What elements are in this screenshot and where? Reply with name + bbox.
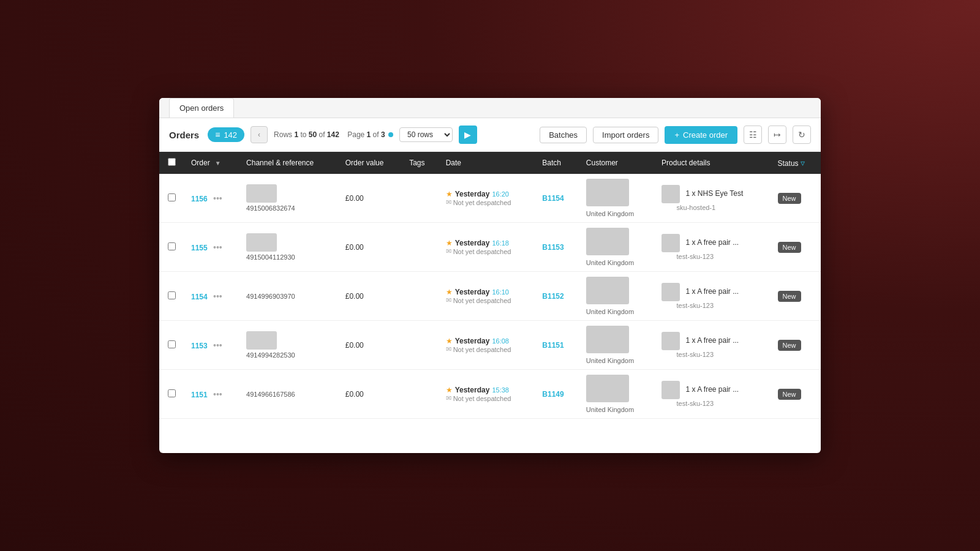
order-number-link[interactable]: 1156 bbox=[191, 195, 208, 203]
product-cell: 1 x NHS Eye Test sku-hosted-1 bbox=[654, 174, 770, 223]
batch-link[interactable]: B1149 bbox=[542, 390, 564, 399]
batch-link[interactable]: B1152 bbox=[542, 292, 564, 301]
create-order-button[interactable]: + Create order bbox=[665, 126, 737, 144]
row-checkbox[interactable] bbox=[168, 193, 176, 201]
date-sub: ✉ Not yet despatched bbox=[446, 296, 528, 304]
product-cell: 1 x A free pair ... test-sku-123 bbox=[654, 370, 770, 419]
row-checkbox-cell[interactable] bbox=[159, 321, 184, 370]
row-checkbox-cell[interactable] bbox=[159, 174, 184, 223]
prev-page-button[interactable]: ‹ bbox=[251, 126, 268, 143]
date-label: Yesterday bbox=[455, 386, 490, 394]
row-checkbox[interactable] bbox=[168, 242, 176, 250]
product-cell: 1 x A free pair ... test-sku-123 bbox=[654, 272, 770, 321]
order-value-cell: £0.00 bbox=[338, 370, 402, 419]
star-icon: ★ bbox=[446, 239, 453, 247]
order-number-link[interactable]: 1151 bbox=[191, 391, 208, 399]
order-id-cell: 1154 ••• bbox=[184, 272, 239, 321]
layout-toggle-button[interactable]: ☷ bbox=[744, 126, 762, 144]
batch-link[interactable]: B1153 bbox=[542, 243, 564, 252]
despatch-status: Not yet despatched bbox=[453, 297, 511, 304]
tags-cell bbox=[402, 174, 438, 223]
status-badge: New bbox=[778, 389, 801, 400]
order-number-link[interactable]: 1155 bbox=[191, 244, 208, 252]
channel-ref-cell: 4915006832674 bbox=[239, 174, 338, 223]
date-sub: ✉ Not yet despatched bbox=[446, 247, 528, 255]
order-id-cell: 1155 ••• bbox=[184, 223, 239, 272]
product-sku: sku-hosted-1 bbox=[662, 204, 715, 211]
status-badge: New bbox=[778, 242, 801, 253]
order-number-link[interactable]: 1154 bbox=[191, 293, 208, 301]
status-cell: New bbox=[771, 174, 821, 223]
product-sku: test-sku-123 bbox=[662, 302, 714, 309]
status-badge: New bbox=[778, 193, 801, 204]
row-checkbox-cell[interactable] bbox=[159, 272, 184, 321]
th-channel: Channel & reference bbox=[239, 152, 338, 174]
product-name: 1 x A free pair ... bbox=[685, 287, 739, 296]
customer-country: United Kingdom bbox=[586, 210, 647, 217]
date-sub: ✉ Not yet despatched bbox=[446, 394, 528, 402]
batches-button[interactable]: Batches bbox=[540, 127, 587, 143]
date-time: 15:38 bbox=[492, 386, 509, 394]
rows-per-page-select[interactable]: 50 rows 25 rows 100 rows bbox=[399, 127, 453, 142]
status-cell: New bbox=[771, 321, 821, 370]
product-image bbox=[662, 234, 680, 252]
product-name: 1 x NHS Eye Test bbox=[685, 189, 743, 198]
next-page-button[interactable]: ▶ bbox=[459, 126, 477, 144]
orders-badge-button[interactable]: ≡ 142 bbox=[208, 127, 244, 142]
customer-image bbox=[586, 326, 629, 353]
import-orders-button[interactable]: Import orders bbox=[593, 127, 658, 143]
customer-country: United Kingdom bbox=[586, 357, 647, 364]
table-row: 1154 ••• 4914996903970 £0.00 ★ Yesterday… bbox=[159, 272, 821, 321]
th-date: Date bbox=[439, 152, 535, 174]
product-name: 1 x A free pair ... bbox=[685, 336, 739, 345]
row-actions-button[interactable]: ••• bbox=[213, 389, 222, 399]
th-order[interactable]: Order ▼ bbox=[184, 152, 239, 174]
tab-open-orders[interactable]: Open orders bbox=[169, 98, 234, 118]
row-actions-button[interactable]: ••• bbox=[213, 193, 222, 203]
customer-country: United Kingdom bbox=[586, 259, 647, 266]
row-actions-button[interactable]: ••• bbox=[213, 340, 222, 350]
orders-table-container: Order ▼ Channel & reference Order value … bbox=[159, 152, 821, 419]
product-image bbox=[662, 332, 680, 350]
row-checkbox-cell[interactable] bbox=[159, 370, 184, 419]
order-value-cell: £0.00 bbox=[338, 223, 402, 272]
filter-columns-button[interactable]: ↦ bbox=[768, 126, 786, 144]
channel-logo bbox=[246, 233, 277, 252]
date-label: Yesterday bbox=[455, 190, 490, 198]
despatch-status: Not yet despatched bbox=[453, 248, 511, 255]
channel-ref-cell: 4914966167586 bbox=[239, 370, 338, 419]
th-order-value: Order value bbox=[338, 152, 402, 174]
status-filter-icon: ▿ bbox=[801, 158, 805, 168]
customer-cell: United Kingdom bbox=[579, 174, 654, 223]
th-status[interactable]: Status ▿ bbox=[771, 152, 821, 174]
orders-table: Order ▼ Channel & reference Order value … bbox=[159, 152, 821, 419]
product-sku: test-sku-123 bbox=[662, 400, 714, 407]
refresh-button[interactable]: ↻ bbox=[793, 126, 811, 144]
order-number-link[interactable]: 1153 bbox=[191, 342, 208, 350]
date-cell: ★ Yesterday 16:08 ✉ Not yet despatched bbox=[439, 321, 535, 370]
customer-cell: United Kingdom bbox=[579, 223, 654, 272]
product-image bbox=[662, 381, 680, 399]
batch-cell: B1149 bbox=[535, 370, 579, 419]
product-image bbox=[662, 185, 680, 203]
batch-link[interactable]: B1154 bbox=[542, 194, 564, 203]
row-actions-button[interactable]: ••• bbox=[213, 242, 222, 252]
customer-country: United Kingdom bbox=[586, 406, 647, 413]
row-checkbox[interactable] bbox=[168, 389, 176, 397]
batch-cell: B1151 bbox=[535, 321, 579, 370]
row-checkbox[interactable] bbox=[168, 340, 176, 348]
status-badge: New bbox=[778, 291, 801, 302]
product-image bbox=[662, 283, 680, 301]
row-actions-button[interactable]: ••• bbox=[213, 291, 222, 301]
select-all-header[interactable] bbox=[159, 152, 184, 174]
date-sub: ✉ Not yet despatched bbox=[446, 198, 528, 206]
product-cell: 1 x A free pair ... test-sku-123 bbox=[654, 223, 770, 272]
row-checkbox-cell[interactable] bbox=[159, 223, 184, 272]
batch-link[interactable]: B1151 bbox=[542, 341, 564, 350]
customer-cell: United Kingdom bbox=[579, 321, 654, 370]
row-checkbox[interactable] bbox=[168, 291, 176, 299]
select-all-checkbox[interactable] bbox=[168, 158, 176, 166]
th-customer: Customer bbox=[579, 152, 654, 174]
status-badge: New bbox=[778, 340, 801, 351]
date-time: 16:08 bbox=[492, 337, 509, 345]
